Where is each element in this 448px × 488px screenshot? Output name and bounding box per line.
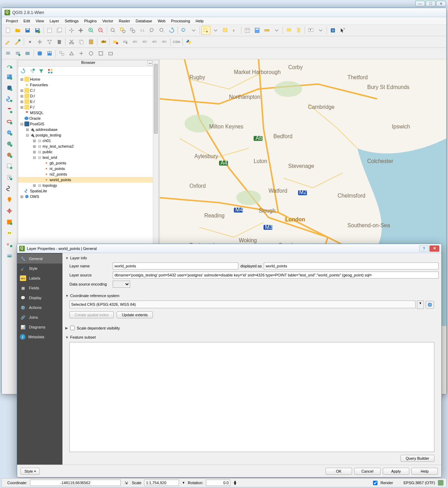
tree-ni-points[interactable]: ni_points <box>18 166 158 171</box>
db-tool-2[interactable] <box>13 49 22 58</box>
tree-mssql[interactable]: MSSQL <box>18 110 158 116</box>
sidebar-item-display[interactable]: 💬Display <box>17 293 62 303</box>
os-maximize-button[interactable]: ☐ <box>426 1 435 6</box>
menu-web[interactable]: Web <box>155 18 168 24</box>
label-highlight-button[interactable] <box>111 37 120 46</box>
add-wcs-layer-button[interactable] <box>4 139 15 148</box>
tree-favourites[interactable]: Favourites <box>18 82 158 88</box>
crs-value-input[interactable] <box>69 301 416 308</box>
tree-my-test-schema2[interactable]: ⊞my_test_schema2 <box>18 143 158 149</box>
pan-button[interactable] <box>67 26 76 35</box>
pan-to-selection-button[interactable] <box>77 26 86 35</box>
toggle-editing-button[interactable] <box>3 37 13 46</box>
menu-layer[interactable]: Layer <box>47 18 62 24</box>
tree-addressbase[interactable]: ⊞🔌addressbase <box>18 127 158 132</box>
db-tool-4[interactable] <box>35 49 44 58</box>
move-feature-button[interactable] <box>35 37 44 46</box>
browser-undock-button[interactable]: ▭ <box>148 61 152 66</box>
scale-input[interactable] <box>144 480 179 486</box>
add-vector-layer-button[interactable] <box>4 61 15 70</box>
add-mssql-layer-button[interactable] <box>4 106 15 115</box>
crs-picker-button[interactable] <box>426 301 434 309</box>
label-change-button[interactable]: abc <box>160 37 169 46</box>
tree-postgis[interactable]: ⊟PostGIS <box>18 121 158 127</box>
whats-this-button[interactable]: ? <box>338 26 347 35</box>
render-checkbox[interactable] <box>373 481 378 485</box>
identify-button[interactable]: i <box>179 26 188 35</box>
save-edits-button[interactable] <box>13 37 22 46</box>
ok-button[interactable]: OK <box>326 468 352 475</box>
tree-drive-f[interactable]: ⊞F:/ <box>18 104 158 110</box>
zoom-to-layer-button[interactable] <box>128 26 137 35</box>
sidebar-item-fields[interactable]: ▦Fields <box>17 283 62 293</box>
field-calc-button[interactable] <box>253 26 262 35</box>
menu-settings[interactable]: Settings <box>62 18 81 24</box>
os-minimize-button[interactable]: — <box>415 1 425 6</box>
add-wfs-layer-button[interactable] <box>4 150 15 160</box>
rotation-spinner[interactable]: ▲▼ <box>233 480 237 485</box>
tree-drive-c[interactable]: ⊞C:/ <box>18 88 158 93</box>
db-tool-1[interactable] <box>3 49 13 58</box>
topo-tool-2[interactable] <box>67 49 76 58</box>
composer-manager-button[interactable] <box>55 26 64 35</box>
delete-selected-button[interactable] <box>55 37 64 46</box>
label-pin-button[interactable]: abc <box>121 37 130 46</box>
crs-label[interactable]: EPSG:3857 (OTF) <box>404 481 435 485</box>
node-tool-button[interactable] <box>45 37 54 46</box>
scale-visibility-checkbox[interactable] <box>70 326 75 330</box>
sidebar-item-actions[interactable]: ⚙️Actions <box>17 303 62 312</box>
browser-refresh-button[interactable] <box>19 67 27 75</box>
topo-tool-1[interactable] <box>57 49 66 58</box>
sidebar-item-labels[interactable]: abcLabels <box>17 273 62 283</box>
print-composer-button[interactable] <box>45 26 54 35</box>
update-extents-button[interactable]: Update extents <box>117 311 153 318</box>
feature-subset-textarea[interactable] <box>69 342 434 452</box>
topo-tool-4[interactable] <box>87 49 96 58</box>
displayed-as-input[interactable] <box>264 263 439 269</box>
sidebar-item-metadata[interactable]: iMetadata <box>17 332 62 342</box>
tree-oracle[interactable]: Oracle <box>18 116 158 121</box>
sidebar-item-general[interactable]: 🔧General <box>17 254 62 264</box>
tree-public[interactable]: ⊞public <box>18 149 158 155</box>
browser-filter-button[interactable] <box>37 67 45 75</box>
style-menu-button[interactable]: Style▾ <box>21 468 40 475</box>
coord-capture-button[interactable] <box>4 206 15 215</box>
topo-tool-6[interactable] <box>106 49 115 58</box>
crs-globe-icon[interactable] <box>396 480 401 485</box>
plugin-tool-4[interactable] <box>4 251 15 260</box>
zoom-in-button[interactable] <box>87 26 96 35</box>
dialog-titlebar[interactable]: Layer Properties - world_points | Genera… <box>17 244 441 253</box>
zoom-to-selection-button[interactable] <box>118 26 127 35</box>
measure-dropdown[interactable] <box>272 26 281 35</box>
topo-tool-5[interactable] <box>96 49 105 58</box>
dialog-help-button[interactable]: ? <box>419 245 429 252</box>
label-rotate-button[interactable]: abc <box>150 37 159 46</box>
label-tool-button[interactable]: abc <box>99 37 108 46</box>
section-crs[interactable]: ▼Coordinate reference system <box>65 292 439 299</box>
tree-gb-points[interactable]: gb_points <box>18 160 158 166</box>
tree-test-srid[interactable]: ⊟test_srid <box>18 155 158 160</box>
bookmarks-button[interactable] <box>294 26 303 35</box>
browser-add-button[interactable] <box>28 67 36 75</box>
query-builder-button[interactable]: Query Builder <box>401 455 434 462</box>
menu-edit[interactable]: Edit <box>21 18 33 24</box>
tree-drive-e[interactable]: ⊞E:/ <box>18 99 158 104</box>
menu-plugins[interactable]: Plugins <box>81 18 99 24</box>
tree-drive-d[interactable]: ⊞D:/ <box>18 93 158 99</box>
refresh-button[interactable] <box>167 26 176 35</box>
zoom-out-button[interactable] <box>96 26 105 35</box>
add-spatialite-layer-button[interactable] <box>4 95 15 104</box>
tree-postgis-testing[interactable]: ⊟🔌postgis_testing <box>18 132 158 138</box>
python-console-button[interactable] <box>184 37 193 46</box>
map-tips-button[interactable] <box>284 26 293 35</box>
scale-dropdown-button[interactable]: ▼ <box>182 481 185 485</box>
tree-world-points[interactable]: world_points <box>18 177 158 183</box>
open-table-button[interactable] <box>243 26 252 35</box>
encoding-select[interactable] <box>113 281 130 288</box>
messages-button[interactable] <box>438 480 443 486</box>
tree-spatialite[interactable]: SpatiaLite <box>18 188 158 194</box>
annotation-dropdown[interactable] <box>316 26 325 35</box>
cut-button[interactable] <box>67 37 76 46</box>
window-titlebar[interactable]: QGIS 2.8.1-Wien <box>2 8 446 17</box>
save-as-button[interactable] <box>33 26 42 35</box>
